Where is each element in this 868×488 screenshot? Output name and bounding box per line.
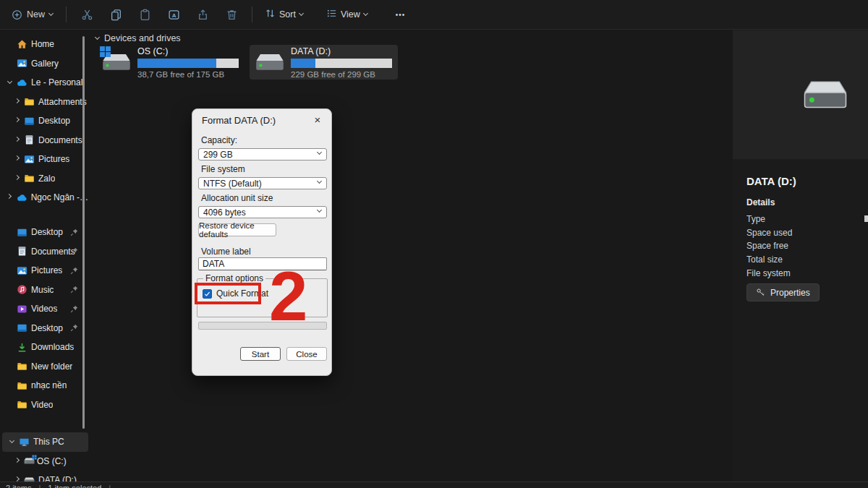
picture-icon [24, 154, 35, 165]
svg-text:A: A [171, 12, 176, 18]
sort-button[interactable]: Sort [258, 3, 310, 26]
chevron-down-icon [48, 11, 54, 16]
start-button[interactable]: Start [240, 347, 281, 361]
file-system-dropdown[interactable]: NTFS (Default) [198, 177, 327, 189]
sidebar-item-this-pc[interactable]: This PC [2, 432, 88, 452]
desktop-icon [17, 227, 27, 238]
cut-icon [81, 9, 93, 21]
preview-area [733, 30, 868, 159]
detail-row-total-size: Total size [746, 254, 862, 268]
sidebar-item-new-folder[interactable]: New folder [0, 357, 90, 377]
sidebar-item-label: Downloads [31, 342, 74, 352]
desktop-icon [17, 322, 27, 333]
folder-icon [24, 173, 35, 184]
cut-button[interactable] [72, 3, 101, 26]
drive-icon [102, 51, 131, 73]
paste-icon [139, 9, 151, 21]
sidebar-item-desktop[interactable]: Desktop [0, 111, 90, 131]
sidebar-item-downloads[interactable]: Downloads [0, 338, 90, 357]
windows-flag-icon [99, 46, 111, 58]
sidebar-item-pictures[interactable]: Pictures [0, 150, 90, 169]
share-icon [197, 9, 209, 21]
sidebar-item-gallery[interactable]: Gallery [0, 54, 90, 74]
clipped-value-sliver [864, 215, 868, 222]
sidebar-item-documents[interactable]: Documents [0, 131, 90, 150]
sidebar-item-label: Gallery [31, 59, 59, 69]
close-icon[interactable]: × [310, 112, 325, 127]
chevron-right-icon[interactable] [14, 175, 19, 180]
sidebar-item-data-d[interactable]: DATA (D:) [0, 471, 90, 481]
sort-icon [265, 8, 276, 21]
rename-button[interactable]: A [159, 3, 188, 26]
section-header-devices[interactable]: Devices and drives [95, 33, 181, 43]
allocation-unit-size-dropdown[interactable]: 4096 bytes [198, 206, 327, 218]
chevron-right-icon[interactable] [7, 194, 12, 199]
chevron-down-icon [95, 35, 100, 40]
rename-icon: A [168, 9, 180, 21]
sidebar-item-home[interactable]: Home [0, 35, 90, 54]
chevron-down-icon [317, 179, 322, 184]
sidebar-item-label: OS (C:) [37, 456, 67, 466]
properties-button[interactable]: Properties [746, 283, 820, 301]
folder-icon [17, 380, 27, 391]
paste-button[interactable] [130, 3, 159, 26]
sidebar-item-video[interactable]: Video [0, 395, 90, 415]
drive-tile-os-c[interactable]: OS (C:)38,7 GB free of 175 GB [96, 45, 244, 80]
sidebar-item-nh-c-n-n[interactable]: nhạc nền [0, 376, 90, 395]
sidebar-item-le-personal[interactable]: Le - Personal [0, 73, 90, 93]
delete-button[interactable] [217, 3, 246, 26]
desktop-icon [24, 116, 35, 127]
chevron-right-icon[interactable] [14, 458, 19, 463]
toolbar: New A Sort View ••• [0, 0, 868, 30]
sidebar-item-label: New folder [31, 361, 72, 372]
more-options-button[interactable]: ••• [387, 11, 414, 19]
share-button[interactable] [188, 3, 217, 26]
chevron-right-icon[interactable] [14, 155, 19, 160]
sidebar-item-ngoc-ng-n-08[interactable]: Ngoc Ngân - 08 [0, 188, 90, 207]
drive-usage-fill [291, 59, 315, 68]
sidebar-item-music[interactable]: Music [0, 281, 90, 300]
chevron-right-icon[interactable] [14, 117, 19, 122]
sidebar-item-zalo[interactable]: Zalo [0, 169, 90, 189]
selected-count: 1 item selected [48, 484, 101, 488]
dropdown-value: 4096 bytes [203, 207, 246, 218]
sidebar-item-documents[interactable]: Documents [0, 242, 90, 262]
close-button[interactable]: Close [286, 347, 327, 361]
pin-icon [69, 228, 79, 237]
chevron-right-icon[interactable] [14, 476, 19, 481]
drive-icon [24, 475, 35, 481]
copy-button[interactable] [101, 3, 130, 26]
sidebar-item-desktop[interactable]: Desktop [0, 319, 90, 338]
sidebar-item-label: Pictures [38, 154, 69, 164]
drive-tile-data-d[interactable]: DATA (D:)229 GB free of 299 GB [250, 45, 398, 80]
folder-icon [17, 361, 27, 372]
volume-label-input[interactable] [198, 257, 327, 270]
thispc-icon [19, 437, 30, 448]
sidebar-item-label: DATA (D:) [38, 475, 77, 481]
chevron-right-icon[interactable] [14, 98, 19, 103]
chevron-down-icon[interactable] [9, 438, 14, 443]
sidebar-item-pictures[interactable]: Pictures [0, 261, 90, 281]
view-button[interactable]: View [320, 3, 374, 26]
view-button-label: View [341, 9, 360, 20]
dialog-title: Format DATA (D:) [202, 115, 276, 126]
delete-icon [226, 9, 238, 21]
sidebar-item-os-c[interactable]: OS (C:) [0, 452, 90, 471]
chevron-right-icon[interactable] [14, 137, 19, 142]
restore-defaults-button[interactable]: Restore device defaults [198, 223, 276, 236]
annotation-highlight-box [195, 283, 261, 304]
chevron-down-icon[interactable] [7, 79, 12, 84]
navigation-sidebar: HomeGalleryLe - PersonalAttachmentsDeskt… [0, 30, 90, 481]
toolbar-separator [66, 7, 67, 22]
pin-icon [69, 323, 79, 333]
pin-icon [69, 247, 79, 256]
sidebar-scrollbar[interactable] [82, 36, 85, 429]
capacity-dropdown[interactable]: 299 GB [198, 148, 327, 160]
sidebar-item-attachments[interactable]: Attachments [0, 93, 90, 112]
sidebar-item-label: Video [31, 400, 53, 410]
chevron-down-icon [317, 207, 322, 213]
new-button[interactable]: New [4, 3, 60, 26]
sidebar-item-desktop[interactable]: Desktop [0, 223, 90, 242]
sidebar-item-videos[interactable]: Videos [0, 299, 90, 319]
detail-row-space-free: Space free [746, 241, 862, 254]
